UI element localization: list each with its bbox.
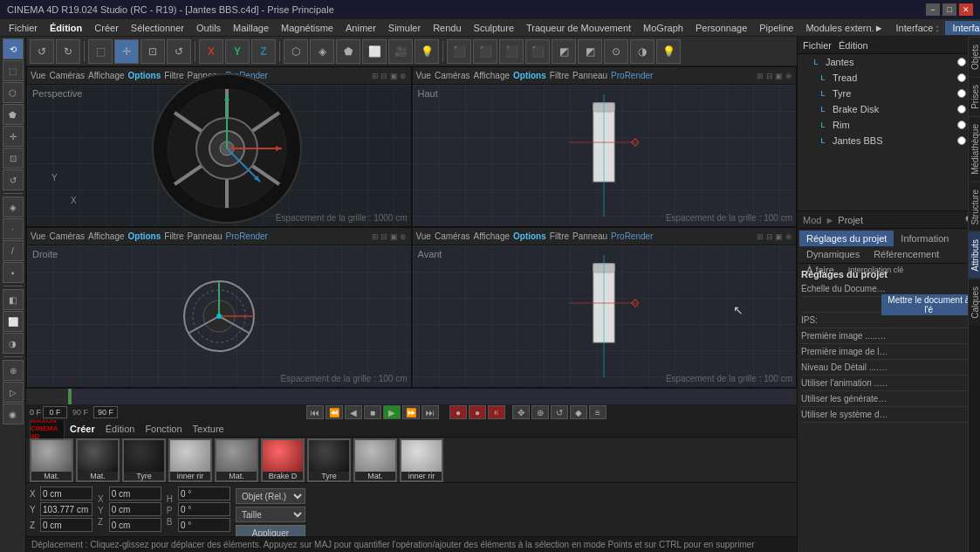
obj-tyre[interactable]: L Tyre xyxy=(798,86,980,101)
vp2-affichage[interactable]: Affichage xyxy=(474,71,511,80)
redo-btn[interactable]: ↻ xyxy=(56,39,80,64)
prev-key-btn[interactable]: ⏪ xyxy=(326,405,343,419)
rp-edition[interactable]: Édition xyxy=(839,40,868,51)
mat-swatch-1[interactable]: Mat. xyxy=(30,438,73,482)
tb-icon11[interactable]: ◩ xyxy=(552,39,576,64)
tool-move2[interactable]: ✛ xyxy=(3,126,24,147)
vp4-filtre[interactable]: Filtre xyxy=(550,231,569,241)
vp3-prorender[interactable]: ProRender xyxy=(226,231,268,241)
menu-interface-val[interactable]: Interface de Démarrage ▼ xyxy=(945,21,980,35)
rotate-btn[interactable]: ↺ xyxy=(167,39,191,64)
side-tab-objets[interactable]: Objets xyxy=(969,37,980,77)
vp4-affichage[interactable]: Affichage xyxy=(474,231,511,241)
frame-input-current[interactable] xyxy=(43,406,67,418)
move-btn[interactable]: ✛ xyxy=(114,39,139,64)
menu-fichier[interactable]: Fichier xyxy=(3,21,43,35)
scale-key-btn[interactable]: ⊕ xyxy=(531,405,549,419)
mat-swatch-tyre2[interactable]: Tyre xyxy=(307,438,351,482)
vp4-options[interactable]: Options xyxy=(513,231,546,241)
autokey-btn[interactable]: K xyxy=(488,405,505,419)
record2-btn[interactable]: ● xyxy=(469,405,486,419)
tool-texture[interactable]: ⬜ xyxy=(3,311,24,332)
vp3-options[interactable]: Options xyxy=(128,231,161,241)
axis-z[interactable]: Z xyxy=(251,39,276,64)
select-btn[interactable]: ⬚ xyxy=(88,39,113,64)
undo-btn[interactable]: ↺ xyxy=(30,39,54,64)
frame-input-end[interactable] xyxy=(93,406,118,418)
obj-jantes[interactable]: L Jantes xyxy=(798,54,980,70)
menu-selectionner[interactable]: Sélectionner xyxy=(126,21,189,35)
tool-model[interactable]: ◧ xyxy=(3,289,24,310)
mat-swatch-2[interactable]: Mat. xyxy=(76,438,120,482)
axis-x[interactable]: X xyxy=(199,39,223,64)
rotate-key-btn[interactable]: ↺ xyxy=(551,405,568,419)
tool-select-poly[interactable]: ⬡ xyxy=(3,82,24,103)
vis-dot-jantesbbs[interactable] xyxy=(957,136,966,145)
vp3-cameras[interactable]: Caméras xyxy=(49,231,85,241)
vp4-cameras[interactable]: Caméras xyxy=(435,231,470,241)
rot-h-input[interactable] xyxy=(178,486,230,500)
menu-modules[interactable]: Modules extern.► xyxy=(800,21,888,35)
tool-edge-mode[interactable]: / xyxy=(3,240,24,261)
move-key-btn[interactable]: ✥ xyxy=(512,405,530,419)
vis-dot-rim[interactable] xyxy=(957,121,966,129)
mat-tab-edition[interactable]: Édition xyxy=(100,422,140,436)
mat-tab-fonction[interactable]: Fonction xyxy=(140,422,187,436)
side-tab-calques[interactable]: Calques xyxy=(969,279,980,326)
size-x-input[interactable] xyxy=(109,486,161,500)
side-tab-media[interactable]: Médiathèque xyxy=(969,116,980,182)
viewport-perspective[interactable]: Vue Caméras Affichage Options Filtre Pan… xyxy=(26,66,412,227)
coord-mode-dropdown[interactable]: Objet (Rel.) xyxy=(236,488,305,504)
viewport-right[interactable]: Vue Caméras Affichage Options Filtre Pan… xyxy=(26,227,412,388)
tb-icon13[interactable]: ⊙ xyxy=(604,39,628,64)
vp2-panneau[interactable]: Panneau xyxy=(572,71,607,80)
menu-sculpture[interactable]: Sculpture xyxy=(469,21,519,35)
vp2-prorender[interactable]: ProRender xyxy=(611,71,653,80)
tb-icon4[interactable]: ⬜ xyxy=(362,39,387,64)
obj-tread[interactable]: L Tread xyxy=(798,70,980,86)
menu-rendu[interactable]: Rendu xyxy=(428,21,466,35)
tool-rotate[interactable]: ↺ xyxy=(3,169,24,190)
play-back-btn[interactable]: ◀ xyxy=(345,405,362,419)
tb-icon14[interactable]: ◑ xyxy=(630,39,654,64)
rp-fichier[interactable]: Fichier xyxy=(803,40,832,51)
menu-traqueur[interactable]: Traqueur de Mouvement xyxy=(521,21,636,35)
tb-icon3[interactable]: ⬟ xyxy=(336,39,360,64)
vp1-cameras[interactable]: Caméras xyxy=(49,71,85,80)
close-button[interactable]: ✕ xyxy=(959,3,973,16)
rot-b-input[interactable] xyxy=(178,518,230,532)
add-key-btn[interactable]: ◆ xyxy=(570,405,587,419)
menu-animer[interactable]: Animer xyxy=(340,21,381,35)
menu-creer[interactable]: Créer xyxy=(89,21,124,35)
vp1-affichage[interactable]: Affichage xyxy=(88,71,125,80)
vp1-vue[interactable]: Vue xyxy=(31,71,45,80)
side-tab-prises[interactable]: Prises xyxy=(969,77,980,116)
pos-z-input[interactable] xyxy=(40,518,93,532)
tool-sculpt[interactable]: ◑ xyxy=(3,333,24,354)
menu-personnage[interactable]: Personnage xyxy=(690,21,752,35)
menu-pipeline[interactable]: Pipeline xyxy=(754,21,798,35)
menu-edition[interactable]: Édition xyxy=(45,21,87,35)
tb-icon2[interactable]: ◈ xyxy=(310,39,334,64)
tool-scale[interactable]: ⊡ xyxy=(3,148,24,169)
vp3-panneau[interactable]: Panneau xyxy=(188,231,223,241)
obj-jantesbbs[interactable]: L Jantes BBS xyxy=(798,133,980,148)
vp3-affichage[interactable]: Affichage xyxy=(88,231,125,241)
scale-btn[interactable]: ⊡ xyxy=(140,39,165,64)
obj-rim[interactable]: L Rim xyxy=(798,117,980,133)
goto-end-btn[interactable]: ⏭ xyxy=(421,405,439,419)
mat-swatch-3[interactable]: Mat. xyxy=(215,438,258,482)
tool-snapping[interactable]: ⊕ xyxy=(3,360,24,381)
mat-swatch-brake[interactable]: Brake D xyxy=(261,438,305,482)
tool-anim[interactable]: ▷ xyxy=(3,382,24,403)
rot-p-input[interactable] xyxy=(178,502,230,516)
mat-tab-texture[interactable]: Texture xyxy=(188,422,230,436)
mat-tab-creer[interactable]: Créer xyxy=(65,422,100,436)
viewport-front[interactable]: Vue Caméras Affichage Options Filtre Pan… xyxy=(412,227,798,388)
vp2-cameras[interactable]: Caméras xyxy=(435,71,470,80)
attr-tab-info[interactable]: Information xyxy=(894,231,956,246)
record-btn[interactable]: ● xyxy=(449,405,467,419)
size-z-input[interactable] xyxy=(109,518,161,532)
tool-select-free[interactable]: ⬟ xyxy=(3,104,24,125)
menu-mograph[interactable]: MoGraph xyxy=(638,21,689,35)
